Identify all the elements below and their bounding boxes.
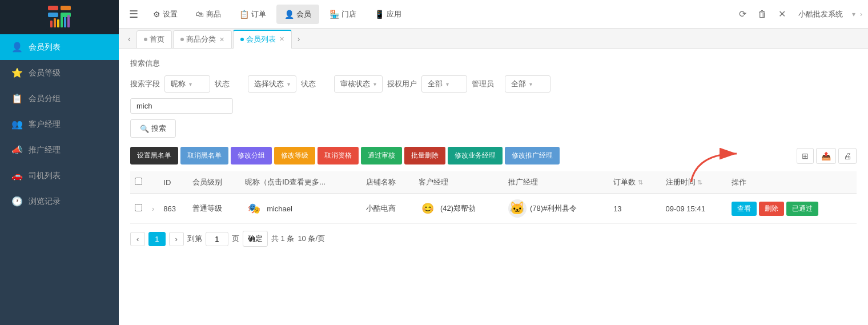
sidebar-logo <box>0 0 119 34</box>
member-nick-text: michael <box>267 204 292 213</box>
grid-view-button[interactable]: ⊞ <box>797 148 814 164</box>
export-button[interactable]: 📤 <box>816 148 836 164</box>
search-audit-status-placeholder: 审核状态 <box>340 79 370 89</box>
search-auth-select[interactable]: 全部 ▾ <box>421 75 467 93</box>
topnav-orders[interactable]: 📋 订单 <box>231 5 274 24</box>
settings-icon: ⚙ <box>153 10 160 19</box>
header-promo: 推广经理 <box>504 171 609 194</box>
search-audit-status-select[interactable]: 审核状态 ▾ <box>334 75 383 93</box>
auth-select-arrow-icon: ▾ <box>446 81 449 87</box>
regtime-sort-icon[interactable]: ⇅ <box>697 179 702 186</box>
search-status2-label: 状态 <box>301 79 329 89</box>
select-all-checkbox[interactable] <box>135 178 142 185</box>
row-promo-cell: 🐱 (78)#利州县令 <box>504 194 609 224</box>
sidebar-item-promotion-manager[interactable]: 📣 推广经理 <box>0 137 119 163</box>
pagination-page-1[interactable]: 1 <box>148 232 165 246</box>
header-regtime: 注册时间 ⇅ <box>661 171 727 194</box>
topnav: ☰ ⚙ 设置 🛍 商品 📋 订单 👤 会员 🏪 门店 📱 应用 ⟳ 🗑 ✕ <box>119 0 868 29</box>
pass-review-button[interactable]: 通过审核 <box>361 147 402 164</box>
print-button[interactable]: 🖨 <box>838 148 857 164</box>
view-button[interactable]: 查看 <box>732 202 757 216</box>
sidebar-item-member-level[interactable]: ⭐ 会员等级 <box>0 60 119 86</box>
cancel-auth-button[interactable]: 取消资格 <box>318 147 359 164</box>
modify-sales-button[interactable]: 修改业务经理 <box>448 147 503 164</box>
pagination-total: 共 1 条 <box>271 234 294 244</box>
topnav-products[interactable]: 🛍 商品 <box>188 5 229 24</box>
members-icon: 👤 <box>284 10 294 19</box>
field-select-arrow-icon: ▾ <box>189 81 192 87</box>
topnav-orders-label: 订单 <box>251 9 266 19</box>
search-admin-select[interactable]: 全部 ▾ <box>505 75 550 93</box>
sidebar-item-customer-manager[interactable]: 👥 客户经理 <box>0 111 119 137</box>
pagination-goto-input[interactable] <box>206 232 228 246</box>
search-btn-label: 搜索 <box>151 123 166 134</box>
svg-rect-1 <box>48 6 58 10</box>
header-checkbox <box>130 171 147 194</box>
modify-promo-button[interactable]: 修改推广经理 <box>505 147 560 164</box>
close-icon[interactable]: ✕ <box>775 5 789 23</box>
batch-delete-button[interactable]: 批量删除 <box>404 147 445 164</box>
row-customer-cell: 😊 (42)郑帮勃 <box>414 194 504 224</box>
sidebar-item-browse-history[interactable]: 🕐 浏览记录 <box>0 188 119 214</box>
data-table: ID 会员级别 昵称（点击ID查看更多... 店铺名称 客户经理 <box>130 171 857 224</box>
search-button[interactable]: 🔍 搜索 <box>130 119 176 138</box>
sidebar-item-member-list[interactable]: 👤 会员列表 <box>0 34 119 60</box>
search-row-3: 🔍 搜索 <box>130 119 857 138</box>
sidebar-item-driver-list[interactable]: 🚗 司机列表 <box>0 163 119 188</box>
chevron-down-icon[interactable]: ▾ <box>852 10 855 18</box>
orders-sort-icon[interactable]: ⇅ <box>638 179 643 186</box>
tab-member-list-close[interactable]: ✕ <box>279 35 284 43</box>
pagination-confirm-button[interactable]: 确定 <box>243 231 268 247</box>
set-blacklist-button[interactable]: 设置黑名单 <box>130 147 178 164</box>
tab-next-icon[interactable]: › <box>293 32 305 46</box>
pagination-page-label: 页 <box>232 234 239 244</box>
tab-product-category-label: 商品分类 <box>186 34 216 45</box>
topnav-members[interactable]: 👤 会员 <box>276 5 319 24</box>
topnav-products-label: 商品 <box>206 9 221 19</box>
tab-member-list[interactable]: 会员列表 ✕ <box>233 30 292 49</box>
search-section: 搜索信息 搜索字段 昵称 ▾ 状态 选择状态 ▾ 状态 审核状态 ▾ 授权用户 <box>130 58 857 138</box>
topnav-settings[interactable]: ⚙ 设置 <box>145 5 186 24</box>
topnav-stores-label: 门店 <box>341 9 356 19</box>
topnav-stores[interactable]: 🏪 门店 <box>322 5 364 24</box>
row-checkbox-cell <box>130 194 147 224</box>
modify-group-button[interactable]: 修改分组 <box>231 147 272 164</box>
apps-icon: 📱 <box>375 10 384 19</box>
search-status-label: 状态 <box>215 79 243 89</box>
delete-row-button[interactable]: 删除 <box>759 202 784 216</box>
table-view-controls: ⊞ 📤 🖨 <box>797 148 857 164</box>
tab-product-category[interactable]: 商品分类 ✕ <box>173 30 232 48</box>
table-header-row: ID 会员级别 昵称（点击ID查看更多... 店铺名称 客户经理 <box>130 171 857 194</box>
header-regtime-label: 注册时间 <box>666 178 696 186</box>
row-expand-cell[interactable]: › <box>147 194 159 224</box>
tabbar: ‹ 首页 商品分类 ✕ 会员列表 ✕ › <box>119 29 868 49</box>
cancel-blacklist-button[interactable]: 取消黑名单 <box>180 147 228 164</box>
svg-rect-7 <box>57 19 59 27</box>
member-level-icon: ⭐ <box>11 67 23 78</box>
chevron-right-icon[interactable]: › <box>860 10 862 18</box>
search-field-select[interactable]: 昵称 ▾ <box>164 75 210 93</box>
header-op-label: 操作 <box>732 178 746 186</box>
action-bar: 设置黑名单 取消黑名单 修改分组 修改等级 取消资格 通过审核 批量删除 修改业… <box>130 147 857 164</box>
tab-prev-icon[interactable]: ‹ <box>123 32 135 46</box>
header-shop-label: 店铺名称 <box>366 178 396 186</box>
pagination-next[interactable]: › <box>169 232 184 246</box>
topnav-apps[interactable]: 📱 应用 <box>367 5 409 24</box>
modify-level-button[interactable]: 修改等级 <box>274 147 315 164</box>
search-keyword-input[interactable] <box>130 98 233 114</box>
tab-product-category-close[interactable]: ✕ <box>219 36 224 43</box>
refresh-icon[interactable]: ⟳ <box>736 5 750 23</box>
pagination-prev[interactable]: ‹ <box>130 232 145 246</box>
svg-rect-10 <box>67 15 70 27</box>
tab-home[interactable]: 首页 <box>136 30 172 48</box>
search-status-select[interactable]: 选择状态 ▾ <box>248 75 296 93</box>
menu-toggle-icon[interactable]: ☰ <box>124 3 143 25</box>
row-checkbox[interactable] <box>135 204 142 211</box>
search-title: 搜索信息 <box>130 58 857 69</box>
pass-button[interactable]: 已通过 <box>786 202 818 216</box>
member-avatar: 🎭 <box>245 199 263 218</box>
topnav-members-label: 会员 <box>296 9 311 19</box>
row-orders: 13 <box>613 204 621 213</box>
delete-icon[interactable]: 🗑 <box>754 6 770 23</box>
sidebar-item-member-group[interactable]: 📋 会员分组 <box>0 86 119 111</box>
